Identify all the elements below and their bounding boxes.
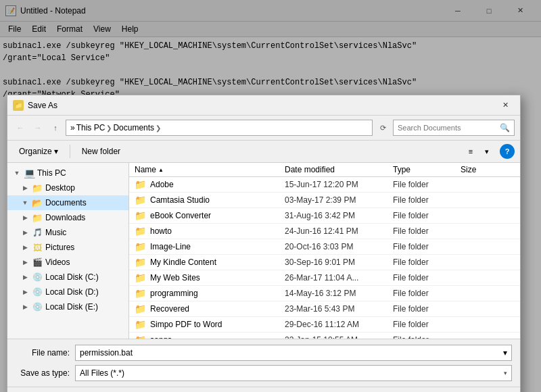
file-folder-icon: 📁 xyxy=(135,179,146,190)
sidebar-item-documents[interactable]: ▼ 📂 Documents xyxy=(7,195,128,210)
expand-icon-diskd: ▶ xyxy=(21,288,29,296)
file-folder-icon: 📁 xyxy=(135,303,146,314)
file-name: 📁 Adobe xyxy=(135,179,285,190)
file-name: 📁 eBook Converter xyxy=(135,210,285,221)
breadcrumb-thisspc: » xyxy=(70,123,75,132)
col-header-type[interactable]: Type xyxy=(393,165,461,174)
file-row[interactable]: 📁 My Web Sites 26-Mar-17 11:04 A... File… xyxy=(129,270,520,286)
sidebar-item-music[interactable]: ▶ 🎵 Music xyxy=(7,225,128,240)
up-button[interactable]: ↑ xyxy=(48,120,63,135)
file-row[interactable]: 📁 Image-Line 20-Oct-16 3:03 PM File fold… xyxy=(129,239,520,255)
forward-button[interactable]: → xyxy=(30,120,45,135)
file-date: 20-Oct-16 3:03 PM xyxy=(285,242,393,251)
organize-button[interactable]: Organize ▾ xyxy=(13,143,64,160)
file-name: 📁 Simpo PDF to Word xyxy=(135,319,285,330)
breadcrumb-sep1: ❯ xyxy=(106,124,112,132)
file-name-text: My Web Sites xyxy=(150,273,200,283)
sidebar-item-diskc[interactable]: ▶ 💿 Local Disk (C:) xyxy=(7,270,128,285)
sidebar-item-desktop[interactable]: ▶ 📁 Desktop xyxy=(7,180,128,195)
breadcrumb-sep2: ❯ xyxy=(156,124,161,132)
file-date: 26-Mar-17 11:04 A... xyxy=(285,273,393,283)
col-header-name[interactable]: Name ▲ xyxy=(135,165,285,174)
file-name-text: programming xyxy=(150,289,198,298)
file-folder-icon: 📁 xyxy=(135,241,146,252)
file-type: File folder xyxy=(393,320,461,329)
file-name: 📁 Recovered xyxy=(135,303,285,314)
file-date: 29-Dec-16 11:12 AM xyxy=(285,320,393,329)
video-icon: 🎬 xyxy=(32,257,43,268)
file-row[interactable]: 📁 songs 23-Jan-15 10:55 AM File folder xyxy=(129,333,520,339)
filename-input[interactable]: permission.bat ▾ xyxy=(75,345,512,361)
file-row[interactable]: 📁 eBook Converter 31-Aug-16 3:42 PM File… xyxy=(129,208,520,224)
expand-icon-diskc: ▶ xyxy=(21,273,29,281)
file-name-text: howto xyxy=(150,226,172,236)
file-row[interactable]: 📁 Simpo PDF to Word 29-Dec-16 11:12 AM F… xyxy=(129,317,520,333)
folder-icon-downloads: 📁 xyxy=(32,212,43,223)
sidebar-label-pictures: Pictures xyxy=(45,243,74,252)
dialog-close-button[interactable]: ✕ xyxy=(496,98,515,113)
file-name-text: Simpo PDF to Word xyxy=(150,320,222,329)
dropdown-arrow-filename: ▾ xyxy=(503,348,507,358)
filetype-dropdown[interactable]: All Files (*.*) ▾ xyxy=(75,365,512,381)
view-toggle-button[interactable]: ≡ xyxy=(463,144,478,159)
file-folder-icon: 📁 xyxy=(135,195,146,205)
file-row[interactable]: 📁 Adobe 15-Jun-17 12:20 PM File folder xyxy=(129,177,520,193)
file-name-text: Camtasia Studio xyxy=(150,195,210,205)
toolbar-row: Organize ▾ New folder ≡ ▾ ? xyxy=(7,141,520,163)
search-input[interactable] xyxy=(398,124,497,132)
file-type: File folder xyxy=(393,195,461,205)
file-name: 📁 My Web Sites xyxy=(135,272,285,283)
col-header-date[interactable]: Date modified xyxy=(285,165,393,174)
sidebar-label-downloads: Downloads xyxy=(45,213,85,222)
file-name: 📁 howto xyxy=(135,226,285,237)
sidebar-label-thispc: This PC xyxy=(37,168,66,178)
filetype-row: Save as type: All Files (*.*) ▾ xyxy=(16,365,512,381)
sidebar-item-downloads[interactable]: ▶ 📁 Downloads xyxy=(7,210,128,225)
sidebar-label-diskd: Local Disk (D:) xyxy=(45,287,99,297)
file-name: 📁 Image-Line xyxy=(135,241,285,252)
sidebar-item-diske[interactable]: ▶ 💿 Local Disk (E:) xyxy=(7,299,128,314)
col-header-size[interactable]: Size xyxy=(461,165,515,174)
file-date: 30-Sep-16 9:01 PM xyxy=(285,258,393,267)
back-button[interactable]: ← xyxy=(13,120,28,135)
sidebar-item-pictures[interactable]: ▶ 🖼 Pictures xyxy=(7,240,128,255)
disk-icon-e: 💿 xyxy=(32,301,43,312)
file-row[interactable]: 📁 programming 14-May-16 3:12 PM File fol… xyxy=(129,286,520,301)
address-bar-row: ← → ↑ » This PC ❯ Documents ❯ ⟳ 🔍 xyxy=(7,116,520,141)
filename-value: permission.bat xyxy=(80,348,133,358)
file-name-text: Image-Line xyxy=(150,242,191,251)
dialog-title-left: 📁 Save As xyxy=(13,100,57,111)
expand-icon-music: ▶ xyxy=(21,228,29,237)
search-icon: 🔍 xyxy=(500,123,510,132)
file-type: File folder xyxy=(393,180,461,189)
help-button[interactable]: ? xyxy=(500,144,515,159)
file-type: File folder xyxy=(393,273,461,283)
file-type: File folder xyxy=(393,289,461,298)
file-row[interactable]: 📁 Recovered 23-Mar-16 5:43 PM File folde… xyxy=(129,301,520,317)
expand-icon-diske: ▶ xyxy=(21,303,29,311)
file-name: 📁 Camtasia Studio xyxy=(135,195,285,205)
file-type: File folder xyxy=(393,226,461,236)
organize-arrow-icon: ▾ xyxy=(54,147,58,156)
new-folder-button[interactable]: New folder xyxy=(76,143,126,160)
sidebar-label-videos: Videos xyxy=(45,258,70,267)
search-box[interactable]: 🔍 xyxy=(393,120,515,136)
refresh-button[interactable]: ⟳ xyxy=(375,120,390,135)
folder-icon-desktop: 📁 xyxy=(32,182,43,193)
sidebar-item-videos[interactable]: ▶ 🎬 Videos xyxy=(7,255,128,270)
file-date: 31-Aug-16 3:42 PM xyxy=(285,211,393,220)
file-folder-icon: 📁 xyxy=(135,319,146,330)
sidebar-item-thispc[interactable]: ▼ 💻 This PC xyxy=(7,166,128,180)
file-type: File folder xyxy=(393,304,461,314)
file-name: 📁 programming xyxy=(135,288,285,299)
file-row[interactable]: 📁 howto 24-Jun-16 12:41 PM File folder xyxy=(129,224,520,239)
sidebar-item-diskd[interactable]: ▶ 💿 Local Disk (D:) xyxy=(7,285,128,299)
file-row[interactable]: 📁 My Kindle Content 30-Sep-16 9:01 PM Fi… xyxy=(129,255,520,270)
file-date: 23-Mar-16 5:43 PM xyxy=(285,304,393,314)
file-date: 14-May-16 3:12 PM xyxy=(285,289,393,298)
file-row[interactable]: 📁 Camtasia Studio 03-May-17 2:39 PM File… xyxy=(129,193,520,208)
view-dropdown-button[interactable]: ▾ xyxy=(479,144,494,159)
address-breadcrumb[interactable]: » This PC ❯ Documents ❯ xyxy=(66,120,373,136)
file-name-text: eBook Converter xyxy=(150,211,211,220)
music-icon: 🎵 xyxy=(32,227,43,238)
